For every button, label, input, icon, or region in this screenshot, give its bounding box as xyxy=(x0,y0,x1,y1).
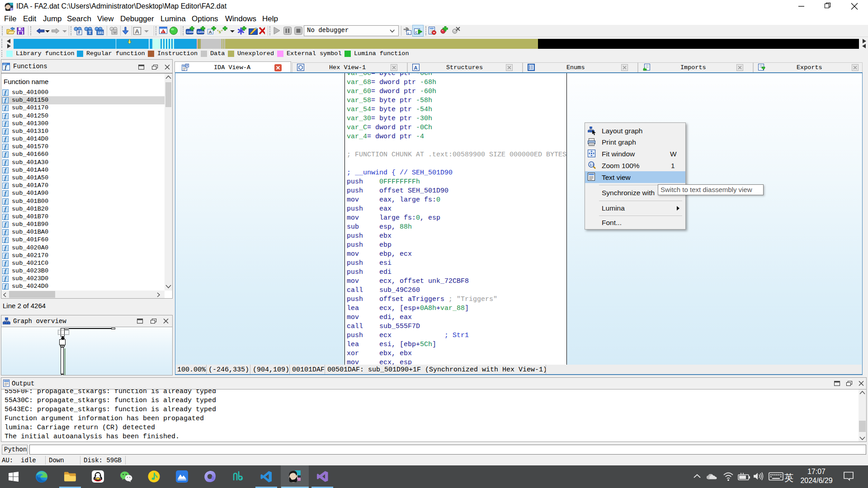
svg-text:DATA: DATA xyxy=(198,31,205,33)
svg-text:1:1: 1:1 xyxy=(590,163,594,166)
svg-text:#: # xyxy=(78,30,80,35)
svg-text:!: ! xyxy=(162,30,163,33)
svg-text:T: T xyxy=(89,30,92,35)
svg-text:c: c xyxy=(415,29,418,34)
svg-text:A: A xyxy=(209,29,212,34)
svg-text:CODE: CODE xyxy=(187,31,194,33)
svg-text:f: f xyxy=(5,64,7,70)
svg-text:101: 101 xyxy=(98,31,104,35)
svg-text:A: A xyxy=(135,28,140,35)
svg-text:c: c xyxy=(408,31,410,35)
svg-text:‘s’: ‘s’ xyxy=(217,28,223,35)
svg-text:A: A xyxy=(414,65,418,70)
